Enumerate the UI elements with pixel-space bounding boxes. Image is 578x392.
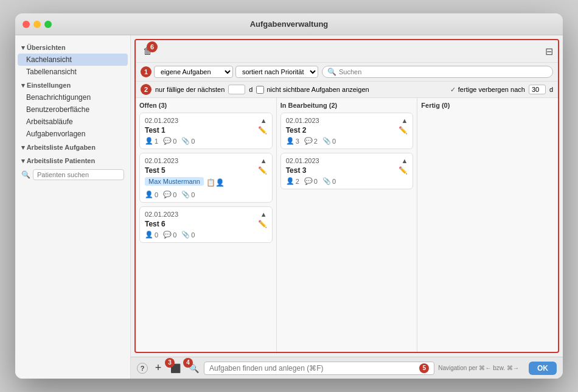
task-title-row-test1: Test 1 ✏️ — [145, 126, 267, 135]
task-meta-person-test3: 👤 2 — [286, 177, 299, 185]
column-header-fertig: Fertig (0) — [421, 102, 554, 109]
edit-icon-test1[interactable]: ✏️ — [258, 126, 267, 135]
task-date-test1: 02.01.2023 — [145, 117, 178, 124]
hidden-tasks-checkbox[interactable] — [256, 86, 264, 94]
task-title-test5: Test 5 — [145, 166, 165, 175]
task-card-test5: 02.01.2023 ▲ Test 5 ✏️ Max Mustermann 📋👤 — [139, 153, 273, 203]
task-title-row-test5: Test 5 ✏️ — [145, 166, 267, 175]
sidebar-item-benachrichtigungen[interactable]: Benachrichtigungen — [15, 91, 130, 103]
add-btn-container2: 🔍 4 — [187, 362, 200, 375]
edit-icon-test3[interactable]: ✏️ — [399, 166, 408, 175]
section-badge-2: 2 — [141, 84, 151, 95]
patient-search-input[interactable] — [33, 169, 124, 180]
task-meta-clip-test5: 📎 0 — [181, 191, 195, 198]
task-title-row-test2: Test 2 ✏️ — [286, 126, 408, 135]
task-card-test6: 02.01.2023 ▲ Test 6 ✏️ 👤 0 💬 0 📎 0 — [139, 206, 273, 243]
assign-btn-badge-3: 3 — [165, 358, 175, 368]
task-badge-test5: Max Mustermann — [145, 177, 204, 186]
column-offen: Offen (3) 02.01.2023 ▲ Test 1 ✏️ — [136, 98, 277, 352]
delete-btn-container: 🗑 6 — [141, 44, 155, 58]
task-title-row-test3: Test 3 ✏️ — [286, 166, 408, 175]
column-fertig: Fertig (0) — [417, 98, 558, 352]
task-date-test5: 02.01.2023 — [145, 157, 178, 164]
task-date-test3: 02.01.2023 — [286, 157, 319, 164]
chevron-up-icon-test3: ▲ — [401, 157, 408, 164]
days-input[interactable] — [228, 85, 245, 94]
close-button[interactable] — [23, 21, 30, 28]
task-meta-person-test1: 👤 1 — [145, 137, 158, 145]
sidebar-item-benutzeroberflache[interactable]: Benutzeroberfläche — [15, 103, 130, 116]
assign-btn-container: ⬛ 3 — [169, 362, 182, 375]
columns-area: Offen (3) 02.01.2023 ▲ Test 1 ✏️ — [136, 98, 558, 352]
sidebar: ▾ Übersichten Kachelansicht Tabellenansi… — [15, 35, 131, 379]
filter-bar: 1 eigene Aufgaben sortiert nach Prioritä… — [136, 63, 558, 82]
bottom-bar: ? + ⬛ 3 🔍 4 5 Navigation per ⌘← bzw. ⌘→ … — [131, 357, 563, 379]
titlebar: Aufgabenverwaltung — [15, 13, 563, 35]
sidebar-item-kachelansicht[interactable]: Kachelansicht — [18, 54, 128, 66]
main-window: Aufgabenverwaltung ▾ Übersichten Kachela… — [15, 13, 563, 379]
task-card-test2-header: 02.01.2023 ▲ — [286, 117, 408, 124]
task-card-test1: 02.01.2023 ▲ Test 1 ✏️ 👤 1 💬 0 📎 0 — [139, 113, 273, 149]
options-bar: 2 nur fällige der nächsten d nicht sicht… — [136, 82, 558, 98]
bottom-search-input[interactable] — [209, 364, 417, 373]
task-meta-person-test5: 👤 0 — [145, 191, 158, 198]
filter-icon-button[interactable]: ⊟ — [545, 46, 553, 57]
task-date-test6: 02.01.2023 — [145, 211, 178, 218]
chevron-up-icon-test6: ▲ — [260, 211, 267, 218]
add-task-button[interactable]: + — [151, 362, 165, 375]
window-title: Aufgabenverwaltung — [250, 19, 329, 29]
task-meta-chat-test1: 💬 0 — [163, 137, 176, 145]
patient-search-container: 🔍 — [15, 167, 130, 183]
task-card-test3-header: 02.01.2023 ▲ — [286, 157, 408, 164]
task-meta-clip-test6: 📎 0 — [181, 231, 195, 239]
window-controls — [23, 21, 52, 28]
bottom-search-bar: 5 — [204, 362, 434, 375]
section-header-einstellungen: ▾ Einstellungen — [15, 78, 130, 91]
filter-select-sort[interactable]: sortiert nach Priorität — [235, 66, 318, 78]
edit-icon-test5[interactable]: ✏️ — [258, 166, 267, 175]
minimize-button[interactable] — [33, 21, 41, 28]
maximize-button[interactable] — [44, 21, 52, 28]
ok-button[interactable]: OK — [529, 362, 557, 375]
main-content: ▾ Übersichten Kachelansicht Tabellenansi… — [15, 35, 563, 379]
search-wrap: 🔍 — [322, 66, 553, 78]
task-meta-chat-test2: 💬 2 — [304, 137, 318, 145]
task-date-test2: 02.01.2023 — [286, 117, 319, 124]
column-header-in-bearbeitung: In Bearbeitung (2) — [280, 102, 414, 109]
task-title-row-test6: Test 6 ✏️ — [145, 220, 267, 228]
sidebar-item-tabellenansicht[interactable]: Tabellenansicht — [15, 66, 130, 78]
filter-select-own-tasks[interactable]: eigene Aufgaben — [154, 66, 233, 78]
assign-icon-test5: 📋👤 — [206, 178, 225, 187]
task-card-test2: 02.01.2023 ▲ Test 2 ✏️ 👤 3 💬 2 📎 0 — [280, 113, 414, 149]
chevron-up-icon-test5: ▲ — [260, 157, 267, 164]
hide-done-days-input[interactable] — [529, 85, 546, 94]
task-meta-chat-test5: 💬 0 — [163, 191, 176, 198]
task-title-test1: Test 1 — [145, 126, 165, 135]
section-header-arbeitsliste-patienten: ▾ Arbeitsliste Patienten — [15, 153, 130, 167]
hidden-tasks-label: nicht sichtbare Aufgaben anzeigen — [256, 86, 369, 94]
task-meta-chat-test3: 💬 0 — [304, 177, 318, 185]
task-card-test5-header: 02.01.2023 ▲ — [145, 157, 267, 164]
task-meta-clip-test2: 📎 0 — [322, 137, 336, 145]
section-badge-1: 1 — [141, 66, 151, 77]
task-meta-test2: 👤 3 💬 2 📎 0 — [286, 137, 408, 145]
sidebar-item-arbeitsablaufe[interactable]: Arbeitsabläufe — [15, 116, 130, 128]
sidebar-item-aufgabenvorlagen[interactable]: Aufgabenvorlagen — [15, 128, 130, 140]
bottom-search-badge-5: 5 — [419, 363, 429, 373]
task-meta-clip-test3: 📎 0 — [322, 177, 336, 185]
task-meta-test1: 👤 1 💬 0 📎 0 — [145, 137, 267, 145]
edit-icon-test2[interactable]: ✏️ — [399, 126, 408, 135]
task-badge-row-test5: Max Mustermann 📋👤 — [145, 177, 267, 188]
help-button[interactable]: ? — [137, 363, 148, 374]
task-meta-clip-test1: 📎 0 — [181, 137, 195, 145]
chevron-up-icon-test2: ▲ — [401, 117, 408, 124]
filter-section-1: 1 eigene Aufgaben sortiert nach Prioritä… — [141, 66, 318, 78]
task-meta-test3: 👤 2 💬 0 📎 0 — [286, 177, 408, 185]
section-header-arbeitsliste-aufgaben: ▾ Arbeitsliste Aufgaben — [15, 140, 130, 153]
task-panel: 🗑 6 ⊟ 1 eigene Aufgaben — [134, 39, 559, 353]
days-label: nur fällige der nächsten d — [155, 85, 252, 94]
search-icon-small: 🔍 — [327, 68, 336, 76]
task-meta-chat-test6: 💬 0 — [163, 231, 176, 239]
edit-icon-test6[interactable]: ✏️ — [258, 220, 267, 228]
task-search-input[interactable] — [339, 68, 548, 75]
